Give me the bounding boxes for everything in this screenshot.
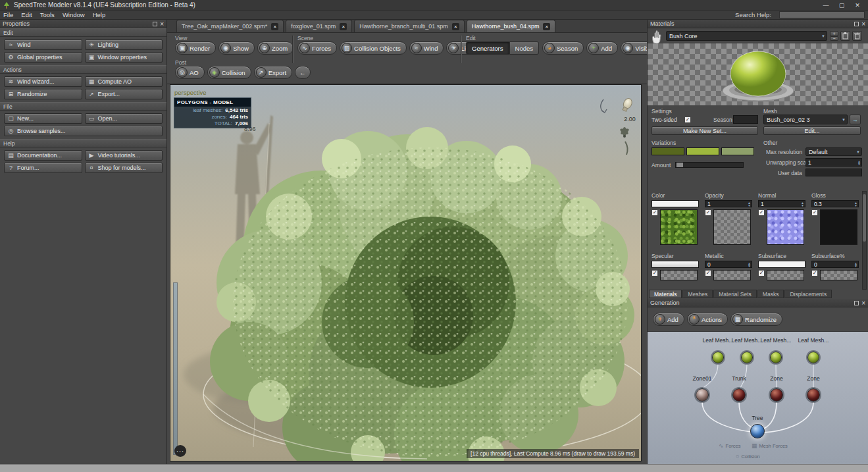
randomize-button[interactable]: ⊞Randomize (4, 89, 82, 99)
subsurface-map-thumbnail[interactable] (767, 270, 804, 280)
add-generator-button[interactable]: +Add (586, 41, 618, 55)
opacity-enabled-checkbox[interactable] (705, 209, 711, 216)
color-enabled-checkbox[interactable] (651, 209, 658, 216)
subsurface-pct-enabled-checkbox[interactable] (811, 270, 818, 276)
material-add-remove[interactable]: +− (830, 31, 838, 41)
menu-edit[interactable]: Edit (21, 11, 32, 18)
zoom-button[interactable]: ⊕Zoom (257, 41, 294, 55)
open-button[interactable]: ▭Open... (85, 113, 163, 124)
normal-map-thumbnail[interactable] (767, 209, 804, 245)
viewport-options-button[interactable]: ··· (174, 445, 186, 457)
zone-node-2[interactable] (770, 388, 783, 402)
global-properties-button[interactable]: ⚙Global properties (4, 52, 82, 63)
trunk-node[interactable] (732, 388, 746, 402)
gen-add-button[interactable]: +Add (653, 313, 684, 326)
mesh-select[interactable]: Bush_core_02 3▼ (763, 115, 848, 124)
zone-node-3[interactable] (807, 388, 820, 402)
specular-map-thumbnail[interactable] (660, 270, 698, 280)
camera-mode-label[interactable]: perspective (174, 89, 207, 96)
tab-displacements[interactable]: Displacements (784, 290, 832, 298)
gloss-value-field[interactable]: 0.3▲▼ (811, 200, 859, 207)
maximize-button[interactable]: ▢ (834, 1, 850, 10)
amount-slider[interactable] (675, 162, 744, 168)
subsurface-pct-value-field[interactable]: 0▲▼ (811, 261, 859, 268)
new-button[interactable]: ▢New... (4, 113, 82, 124)
nodes-toggle[interactable]: Nodes (509, 41, 539, 55)
wind-toolbar-button[interactable]: ≈Wind (409, 41, 444, 55)
tab-tree-oak[interactable]: Tree_Oak_mapMaker_002.spm*× (176, 20, 284, 32)
close-panel-icon[interactable]: × (861, 21, 865, 27)
subsurface-enabled-checkbox[interactable] (758, 270, 765, 276)
user-data-field[interactable] (805, 169, 862, 176)
variation-swatch-1[interactable] (651, 147, 684, 155)
gloss-map-thumbnail[interactable] (820, 209, 857, 245)
export-post-button[interactable]: ↗Export (254, 66, 292, 79)
tab-close-icon[interactable]: × (452, 23, 459, 30)
export-button[interactable]: ↗Export... (85, 89, 163, 99)
tab-hawthorne-bush[interactable]: Hawthorne_bush_04.spm× (467, 20, 556, 32)
history-back-button[interactable]: ← (295, 66, 311, 79)
shop-button[interactable]: ¤Shop for models... (85, 163, 163, 173)
rotate-gizmo-icon[interactable] (601, 99, 607, 113)
light-widget-icon[interactable] (621, 97, 633, 112)
tab-materials[interactable]: Materials (649, 290, 682, 298)
tab-material-sets[interactable]: Material Sets (713, 290, 757, 298)
tree-root-node[interactable] (750, 424, 765, 438)
mesh-forces-dropzone[interactable]: ▦ Mesh Forces (752, 442, 788, 449)
menu-window[interactable]: Window (63, 11, 85, 18)
gen-randomize-button[interactable]: ▦Randomize (730, 313, 782, 326)
float-panel-icon[interactable] (854, 301, 859, 305)
pan-hand-icon[interactable] (650, 30, 663, 44)
season-field[interactable] (733, 115, 758, 124)
make-new-set-button[interactable]: Make New Set... (651, 126, 758, 135)
close-panel-icon[interactable]: × (861, 300, 865, 306)
browse-samples-button[interactable]: ◎Browse samples... (4, 126, 163, 136)
wind-widget-icon[interactable] (619, 127, 630, 155)
variation-swatch-3[interactable] (721, 147, 754, 155)
compute-ao-button[interactable]: ▦Compute AO (85, 76, 163, 87)
search-help-input[interactable] (779, 11, 865, 18)
color-value-swatch[interactable] (651, 200, 699, 207)
float-panel-icon[interactable] (854, 22, 859, 26)
edit-material-button[interactable]: Edit... (763, 126, 861, 135)
forces-button[interactable]: ∿Forces (297, 41, 337, 55)
close-panel-icon[interactable]: × (160, 21, 164, 27)
two-sided-checkbox[interactable] (684, 117, 691, 123)
max-resolution-select[interactable]: Default▼ (805, 147, 862, 156)
tab-close-icon[interactable]: × (340, 23, 347, 30)
leaf-mesh-node-4[interactable] (807, 352, 819, 363)
delete-material-button[interactable] (852, 31, 862, 41)
specular-enabled-checkbox[interactable] (651, 270, 658, 276)
tab-masks[interactable]: Masks (757, 290, 784, 298)
opacity-value-field[interactable]: 1▲▼ (705, 200, 752, 207)
metallic-map-thumbnail[interactable] (713, 270, 751, 280)
material-preview[interactable] (648, 43, 868, 105)
float-panel-icon[interactable] (153, 22, 157, 26)
render-button[interactable]: ▣Render (175, 41, 216, 55)
menu-file[interactable]: File (3, 11, 13, 18)
menu-tools[interactable]: Tools (40, 11, 55, 18)
color-map-thumbnail[interactable] (660, 209, 698, 245)
metallic-value-field[interactable]: 0▲▼ (705, 261, 752, 268)
tab-foxglove[interactable]: foxglove_01.spm× (286, 20, 352, 32)
subsurface-value-swatch[interactable] (758, 261, 805, 268)
leaf-mesh-node-2[interactable] (741, 352, 753, 363)
ao-button[interactable]: ◎AO (175, 66, 205, 79)
gen-actions-button[interactable]: *Actions (687, 313, 728, 326)
leaf-mesh-node-3[interactable] (770, 352, 782, 363)
lighting-button[interactable]: ☀Lighting (85, 39, 163, 50)
minimize-button[interactable]: — (818, 1, 834, 10)
unwrapping-scale-field[interactable]: 1▲▼ (805, 158, 862, 167)
collision-objects-button[interactable]: ▧Collision Objects (340, 41, 407, 55)
wind-wizard-button[interactable]: ≋Wind wizard... (4, 76, 82, 87)
close-button[interactable]: ✕ (850, 1, 865, 10)
leaf-mesh-node-1[interactable] (712, 352, 724, 363)
subsurface-pct-map-thumbnail[interactable] (820, 270, 857, 280)
show-button[interactable]: ◉Show (218, 41, 255, 55)
normal-value-field[interactable]: 1▲▼ (758, 200, 805, 207)
opacity-map-thumbnail[interactable] (713, 209, 751, 245)
generation-node-graph[interactable]: Leaf Mesh... Leaf Mesh... Leaf Mesh... L… (648, 332, 868, 464)
material-select[interactable]: Bush Core▼ (666, 31, 827, 41)
tab-close-icon[interactable]: × (543, 23, 550, 30)
video-tutorials-button[interactable]: ▶Video tutorials... (85, 150, 163, 161)
